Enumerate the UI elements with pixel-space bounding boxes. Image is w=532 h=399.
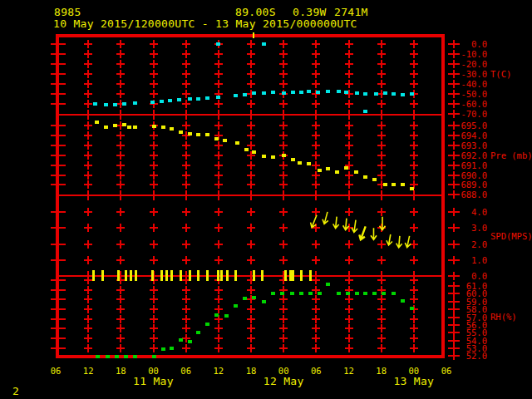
temperature-point: [243, 93, 247, 96]
pressure-point: [326, 167, 330, 170]
pressure-point: [401, 183, 405, 186]
temperature-point: [234, 94, 238, 97]
rh-point: [234, 304, 238, 308]
page-number: 2: [12, 386, 19, 397]
rh-point: [363, 292, 367, 295]
wind-arrow-glyph: [358, 225, 368, 240]
y-tick-label: -10.0: [412, 50, 487, 59]
temperature-point: [344, 91, 348, 94]
rh-point: [392, 292, 396, 295]
wind-arrow-glyph: [371, 228, 377, 239]
pressure-point: [298, 161, 302, 165]
pressure-point: [282, 154, 286, 157]
wind-calm-tick: [284, 270, 287, 281]
rh-axis-unit-label: RH(%): [490, 313, 517, 322]
rh-point: [152, 355, 156, 358]
wind-calm-tick: [217, 270, 219, 281]
rh-point: [308, 292, 313, 295]
wind-calm-tick: [292, 270, 294, 281]
rh-point: [243, 297, 247, 300]
pressure-point: [291, 158, 295, 161]
wind-arrow: [404, 235, 412, 248]
rh-point: [382, 292, 386, 295]
rh-point: [252, 296, 256, 299]
rh-point: [224, 314, 229, 318]
temperature-point: [355, 91, 359, 95]
y-tick-label: 695.0: [412, 121, 487, 131]
temperature-point: [113, 103, 117, 106]
temperature-point: [150, 101, 155, 104]
y-tick-label: 688.0: [412, 190, 487, 200]
y-tick-label: 3.0: [412, 224, 487, 233]
wind-arrow: [380, 217, 386, 230]
temperature-point: [282, 91, 286, 95]
wind-calm-tick: [160, 270, 163, 281]
pressure-point: [354, 170, 358, 174]
pressure-point: [152, 125, 156, 128]
wind-calm-tick: [130, 270, 132, 281]
rh-point: [170, 347, 174, 350]
rh-point: [280, 292, 284, 295]
x-tick-label: 06: [51, 367, 62, 376]
pressure-point: [122, 123, 126, 126]
wind-arrow-glyph: [380, 217, 386, 230]
rh-point: [262, 300, 266, 303]
rh-point: [290, 292, 294, 295]
x-tick-label: 00: [278, 367, 289, 376]
y-tick-label: 690.0: [412, 170, 487, 180]
wind-arrow-glyph: [351, 219, 358, 233]
y-tick-label: 694.0: [412, 131, 487, 140]
temperature-point: [363, 92, 367, 96]
pressure-point: [170, 127, 174, 131]
pressure-point: [104, 126, 108, 129]
wind-arrow: [322, 211, 331, 224]
rh-point: [115, 355, 119, 358]
pressure-point: [179, 131, 183, 134]
wind-arrow-glyph: [404, 235, 412, 248]
rh-point: [372, 292, 377, 295]
wind-calm-tick: [180, 270, 182, 281]
temperature-point: [205, 96, 209, 100]
rh-point: [161, 347, 165, 351]
temperature-point: [252, 91, 256, 95]
x-tick-label: 12: [213, 367, 224, 376]
y-tick-label: 692.0: [412, 150, 487, 160]
y-tick-label: 1.0: [412, 256, 487, 265]
rh-point: [188, 340, 192, 343]
date-label: 13 May: [393, 376, 434, 387]
y-tick-label: 693.0: [412, 141, 487, 150]
y-tick-label: -30.0: [412, 70, 487, 79]
x-tick-label: 00: [148, 367, 159, 376]
wind-calm-tick: [151, 270, 154, 281]
x-tick-label: 06: [180, 367, 191, 376]
pressure-point: [161, 126, 165, 129]
y-tick-label: -20.0: [412, 60, 487, 69]
pressure-point: [188, 132, 192, 135]
pressure-point: [214, 137, 219, 140]
wind-arrow: [309, 214, 319, 228]
pressure-point: [307, 162, 311, 165]
y-tick-label: 691.0: [412, 160, 487, 170]
temperature-point: [307, 90, 311, 93]
wind-calm-tick: [135, 270, 137, 281]
wind-calm-tick: [125, 270, 127, 281]
temperature-point: [93, 102, 97, 106]
temperature-outlier-point: [216, 42, 220, 46]
temperature-point: [337, 90, 341, 93]
pressure-point: [363, 175, 367, 179]
pressure-point: [271, 155, 275, 159]
pressure-axis-unit-label: Pre (mb): [490, 151, 532, 160]
pressure-point: [252, 150, 256, 154]
wind-arrow: [396, 236, 402, 249]
pressure-point: [113, 124, 117, 127]
temp-axis-unit-label: T(C): [490, 70, 511, 79]
rh-point: [205, 323, 209, 326]
wind-arrow: [386, 234, 393, 245]
rh-point: [299, 292, 303, 295]
x-tick-label: 06: [441, 367, 452, 376]
wind-calm-tick: [92, 270, 95, 281]
top-frame-marker-tick: [253, 32, 254, 38]
temperature-point: [216, 96, 220, 99]
y-tick-label: 2.0: [412, 239, 487, 249]
temperature-point: [262, 91, 266, 95]
